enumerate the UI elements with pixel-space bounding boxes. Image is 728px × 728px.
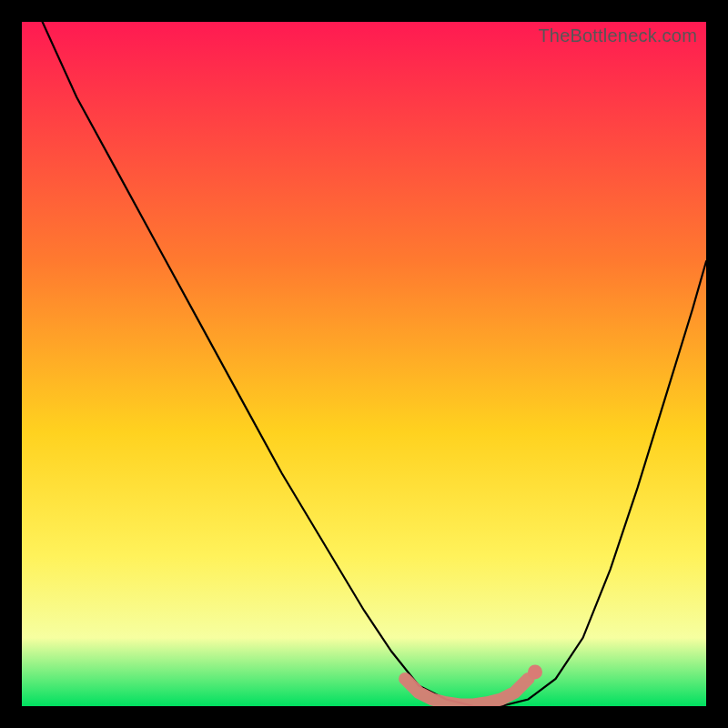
watermark-label: TheBottleneck.com	[538, 25, 697, 46]
bottleneck-plot	[22, 22, 706, 706]
bottleneck-curve	[43, 22, 706, 706]
highlight-trail	[405, 679, 528, 705]
highlight-markers	[405, 664, 542, 704]
highlight-dot	[528, 664, 542, 679]
chart-frame: TheBottleneck.com	[22, 22, 706, 706]
